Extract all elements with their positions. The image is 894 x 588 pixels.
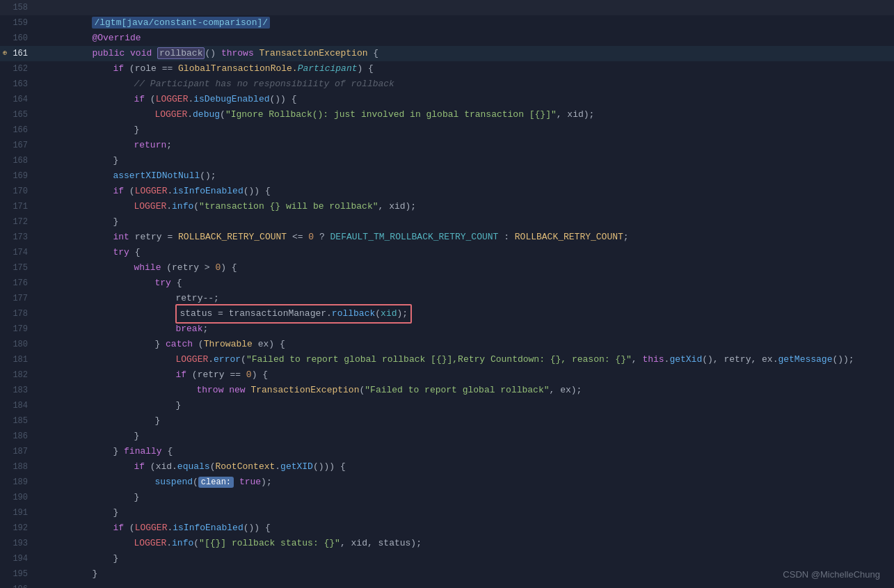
code-container[interactable]: 158 159 /lgtm[java/constant-comparison]/… <box>0 0 894 588</box>
code-editor: 158 159 /lgtm[java/constant-comparison]/… <box>0 0 894 588</box>
watermark: CSDN @MichelleChung <box>783 569 880 580</box>
gutter-icon: ⊕ <box>3 46 7 61</box>
line-195: 195 } <box>0 566 894 582</box>
